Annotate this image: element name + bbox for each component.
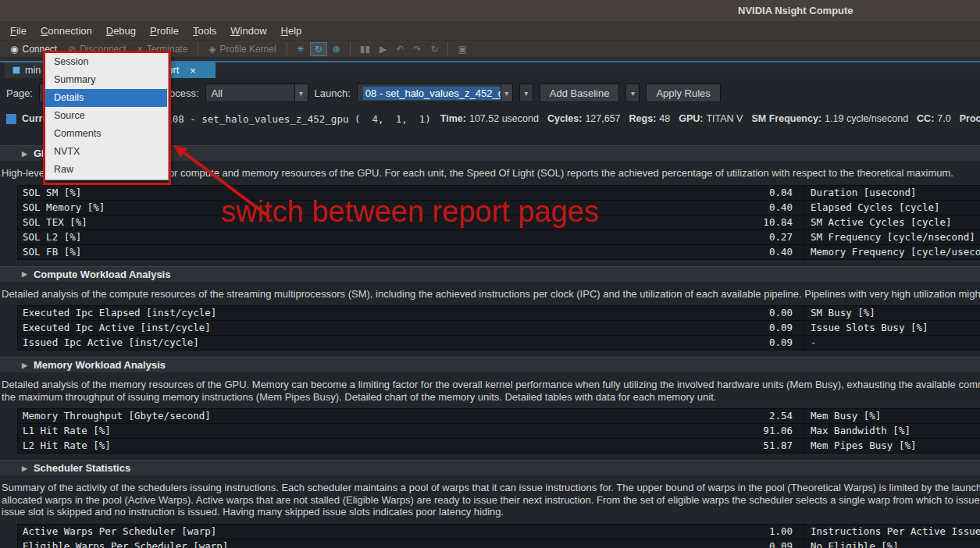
result-color-swatch[interactable] (6, 114, 16, 124)
metric-name: SM Frequency [cycle/nsecond] (804, 230, 980, 244)
report-sections: ▶GPU Speed Of LightHigh-level overview o… (0, 145, 980, 548)
section-description: Detailed analysis of the compute resourc… (2, 288, 980, 301)
table-row[interactable]: Active Warps Per Scheduler [warp]1.00Ins… (18, 525, 980, 539)
chevron-down-icon: ▾ (631, 89, 635, 98)
kernel-field-value: 1.19 cycle/nsecond (825, 113, 908, 124)
apply-rules-button[interactable]: Apply Rules (646, 84, 720, 102)
section-header[interactable]: ▶Scheduler Statistics (0, 460, 980, 475)
page-menu-item-comments[interactable]: Comments (45, 125, 167, 143)
page-menu-item-nvtx[interactable]: NVTX (45, 143, 167, 161)
metric-value: 0.09 (588, 539, 799, 548)
metric-name: Active Warps Per Scheduler [warp] (18, 525, 588, 539)
kernel-field-label: CC: (917, 113, 934, 124)
table-row[interactable]: L1 Hit Rate [%]91.06Max Bandwidth [%] (18, 424, 980, 439)
document-icon (12, 66, 20, 74)
menu-connection[interactable]: Connection (34, 22, 99, 40)
kernel-name: 108 - set_halo_values_z_452_gpu ( 4, 1, … (166, 113, 431, 125)
section-title: Scheduler Statistics (34, 462, 130, 474)
kernel-field-value: 127,657 (585, 113, 620, 124)
tab-label: min (25, 65, 41, 76)
metric-name: Mem Pipes Busy [%] (804, 439, 980, 453)
menu-window[interactable]: Window (223, 22, 273, 40)
metric-name: SOL FB [%] (18, 245, 588, 259)
metrics-table: SOL SM [%]0.04Duration [usecond]SOL Memo… (17, 185, 980, 260)
close-icon[interactable]: × (190, 65, 196, 77)
metric-name: Issued Ipc Active [inst/cycle] (18, 336, 588, 350)
table-row[interactable]: SOL FB [%]0.40Memory Frequency [cycle/us… (18, 245, 980, 260)
table-row[interactable]: Executed Ipc Active [inst/cycle]0.09Issu… (18, 321, 980, 336)
chevron-down-icon: ▾ (524, 89, 528, 98)
step-out-icon[interactable]: ↻ (426, 43, 442, 55)
launch-history-button[interactable]: ▾ (519, 84, 533, 102)
kernel-field-value: 7.0 (937, 113, 950, 124)
section-header[interactable]: ▶Compute Workload Analysis (0, 266, 980, 282)
kernel-field-label: Cycles: (547, 113, 582, 124)
table-row[interactable]: Executed Ipc Elapsed [inst/cycle]0.00SM … (18, 306, 980, 321)
add-baseline-menu-button[interactable]: ▾ (625, 84, 640, 102)
metric-name: Elapsed Cycles [cycle] (804, 201, 980, 215)
menu-debug[interactable]: Debug (99, 22, 143, 40)
section-description: Detailed analysis of the memory resource… (2, 379, 980, 403)
metric-name: SOL Memory [%] (18, 201, 588, 215)
next-trigger-icon[interactable]: ▣ (454, 43, 470, 55)
metric-value: 0.00 (588, 306, 799, 320)
profile-kernel-button[interactable]: ◈ Profile Kernel (203, 42, 281, 56)
page-menu-item-raw[interactable]: Raw (45, 161, 167, 179)
interactive-profile-icon[interactable]: ✳ (293, 43, 308, 55)
page-menu-item-session[interactable]: Session (45, 53, 167, 71)
metrics-table: Active Warps Per Scheduler [warp]1.00Ins… (17, 524, 980, 548)
menu-help[interactable]: Help (274, 22, 309, 40)
table-row[interactable]: Memory Throughput [Gbyte/second]2.54Mem … (18, 409, 980, 424)
auto-profile-icon[interactable]: ↻ (310, 42, 327, 56)
toolbar-separator (287, 43, 287, 55)
page-menu-item-source[interactable]: Source (45, 107, 167, 125)
step-in-icon[interactable]: ↶ (392, 43, 408, 55)
metric-name: - (804, 336, 980, 350)
table-row[interactable]: SOL L2 [%]0.27SM Frequency [cycle/nsecon… (18, 230, 980, 245)
section-header[interactable]: ▶Memory Workload Analysis (0, 357, 980, 372)
process-combo[interactable]: All ▾ (205, 84, 308, 102)
section-description: Summary of the activity of the scheduler… (2, 482, 980, 518)
menu-profile[interactable]: Profile (143, 22, 186, 40)
metric-name: L1 Hit Rate [%] (18, 424, 588, 438)
metric-name: Instructions Per Active Issue Slot [inst… (804, 525, 980, 539)
section-expand-icon[interactable]: ▶ (22, 464, 27, 472)
table-row[interactable]: Issued Ipc Active [inst/cycle]0.09- (18, 336, 980, 351)
kernel-field-label: Process: (960, 113, 980, 124)
section-expand-icon[interactable]: ▶ (22, 270, 27, 278)
toolbar-separator (198, 43, 198, 55)
report-page: ▶GPU Speed Of LightHigh-level overview o… (0, 130, 980, 548)
metric-name: Executed Ipc Elapsed [inst/cycle] (18, 306, 588, 320)
page-menu-item-summary[interactable]: Summary (45, 71, 167, 89)
metric-name: Memory Frequency [cycle/usecond] (804, 245, 980, 259)
table-row[interactable]: Eligible Warps Per Scheduler [warp]0.09N… (18, 539, 980, 548)
metric-name: Mem Busy [%] (804, 409, 980, 423)
metric-value: 0.27 (588, 230, 799, 244)
metric-name: Max Bandwidth [%] (804, 424, 980, 438)
table-row[interactable]: SOL SM [%]0.04Duration [usecond] (18, 186, 980, 201)
pause-icon[interactable]: ▮▮ (356, 43, 374, 55)
kernel-info-fields: Time:107.52 usecondCycles:127,657Regs:48… (440, 113, 980, 124)
metric-value: 1.00 (588, 525, 799, 539)
resume-icon[interactable]: ▶ (376, 43, 390, 55)
metric-value: 10.84 (588, 215, 799, 230)
table-row[interactable]: SOL Memory [%]0.40Elapsed Cycles [cycle] (18, 201, 980, 215)
table-row[interactable]: L2 Hit Rate [%]51.87Mem Pipes Busy [%] (18, 439, 980, 454)
table-row[interactable]: SOL TEX [%]10.84SM Active Cycles [cycle] (18, 215, 980, 230)
menu-tools[interactable]: Tools (186, 22, 223, 40)
menu-file[interactable]: File (3, 22, 34, 40)
section-expand-icon[interactable]: ▶ (22, 150, 27, 158)
window-titlebar: NVIDIA Nsight Compute (0, 0, 980, 21)
kernel-field-value: TITAN V (706, 113, 743, 124)
section-title: Compute Workload Analysis (34, 269, 171, 280)
toolbar-separator (447, 43, 448, 55)
section-expand-icon[interactable]: ▶ (22, 361, 27, 369)
launch-combo[interactable]: 08 - set_halo_values_z_452_gpu ▾ (357, 84, 513, 102)
profile-kernel-icon: ◈ (208, 44, 216, 55)
page-menu-item-details[interactable]: Details (45, 89, 167, 107)
step-over-icon[interactable]: ↷ (409, 43, 425, 55)
process-combo-value: All (212, 87, 223, 99)
profile-series-icon[interactable]: ⊛ (329, 43, 344, 55)
add-baseline-button[interactable]: Add Baseline (540, 84, 620, 102)
kernel-field-label: Regs: (629, 113, 657, 124)
